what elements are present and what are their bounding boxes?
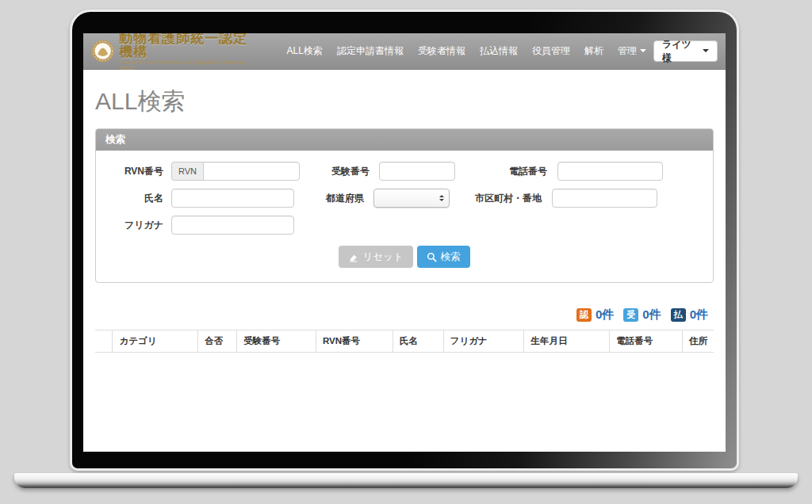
name-label: 氏名: [108, 192, 163, 205]
badge-payment: 払: [671, 308, 686, 322]
user-menu-button[interactable]: ライツ 様: [653, 40, 718, 62]
form-row-2: 氏名 都道府県 市区町村・番地: [108, 189, 701, 208]
field-city-address: 市区町村・番地: [450, 189, 657, 208]
field-phone-number: 電話番号: [455, 162, 663, 181]
reset-button[interactable]: リセット: [339, 246, 412, 268]
caret-down-icon: [640, 49, 646, 55]
nav-item-all-search[interactable]: ALL検索: [280, 33, 330, 70]
nav-item-admin-dropdown[interactable]: 管理: [611, 33, 653, 70]
city-address-input[interactable]: [552, 189, 657, 208]
search-icon: [427, 252, 437, 262]
results-count-bar: 認 0件 受 0件 払 0件: [95, 307, 714, 323]
rvn-input-group: RVN: [171, 162, 300, 181]
field-rvn-number: RVN番号 RVN: [108, 162, 300, 181]
field-name: 氏名: [108, 189, 294, 208]
exam-number-label: 受験番号: [300, 165, 370, 178]
results-table-header-row: カテゴリ 合否 受験番号 RVN番号 氏名 フリガナ 生年月日 電話番号 住所: [95, 330, 714, 353]
badge-examinee: 受: [623, 308, 638, 322]
badge-certification: 認: [576, 308, 592, 322]
col-furigana: フリガナ: [443, 330, 524, 353]
nav-menu: ALL検索 認定申請書情報 受験者情報 払込情報 役員管理 解析 管理: [280, 33, 653, 70]
col-category: カテゴリ: [113, 330, 198, 353]
nav-item-label: 受験者情報: [418, 44, 465, 58]
laptop-base: [14, 473, 798, 488]
field-exam-number: 受験番号: [300, 162, 455, 181]
rvn-number-label: RVN番号: [108, 165, 163, 178]
field-prefecture: 都道府県: [294, 189, 450, 208]
nav-item-label: 役員管理: [532, 44, 570, 58]
brand-title: 動物看護師統一認定機構: [119, 33, 259, 59]
nav-item-label: 認定申請書情報: [337, 44, 404, 58]
app-window: 動物看護師統一認定機構 Council for the Certificatio…: [83, 33, 726, 452]
col-birthdate: 生年月日: [524, 330, 610, 353]
navbar: 動物看護師統一認定機構 Council for the Certificatio…: [83, 33, 726, 70]
select-stepper-icon: [439, 195, 444, 201]
field-furigana: フリガナ: [108, 216, 294, 235]
col-pass-fail: 合否: [198, 330, 237, 353]
rvn-number-input[interactable]: [203, 162, 300, 181]
exam-number-input[interactable]: [379, 162, 455, 181]
certification-count: 0件: [596, 307, 614, 323]
furigana-label: フリガナ: [108, 219, 163, 232]
search-button-label: 検索: [441, 250, 461, 264]
col-name: 氏名: [393, 330, 443, 353]
main-content: ALL検索 検索 RVN番号 RVN 受験番号: [83, 86, 726, 353]
reset-button-label: リセット: [362, 250, 403, 264]
name-input[interactable]: [171, 189, 294, 208]
search-panel-header: 検索: [96, 129, 713, 151]
brand-subtitle: Council for the Certification of Registe…: [119, 60, 259, 71]
search-panel: 検索 RVN番号 RVN 受験番号 電話番号: [95, 128, 714, 283]
phone-number-label: 電話番号: [455, 165, 547, 178]
col-address: 住所: [683, 330, 714, 353]
page-title: ALL検索: [95, 86, 714, 118]
prefecture-select[interactable]: [373, 189, 450, 208]
col-phone: 電話番号: [610, 330, 683, 353]
brand-emblem-icon: [91, 38, 114, 64]
prefecture-label: 都道府県: [294, 192, 364, 205]
payment-count: 0件: [690, 307, 708, 323]
col-rvn-number: RVN番号: [316, 330, 393, 353]
phone-number-input[interactable]: [557, 162, 663, 181]
nav-item-label: ALL検索: [287, 44, 323, 58]
nav-item-certification-applications[interactable]: 認定申請書情報: [330, 33, 411, 70]
nav-item-officers[interactable]: 役員管理: [525, 33, 577, 70]
nav-item-examinees[interactable]: 受験者情報: [411, 33, 473, 70]
search-panel-body: RVN番号 RVN 受験番号 電話番号: [96, 151, 713, 282]
user-name-label: ライツ 様: [662, 38, 698, 65]
brand-text: 動物看護師統一認定機構 Council for the Certificatio…: [119, 33, 259, 71]
form-actions: リセット 検索: [108, 246, 701, 268]
search-button[interactable]: 検索: [417, 246, 470, 268]
city-address-label: 市区町村・番地: [450, 192, 542, 205]
nav-item-analysis[interactable]: 解析: [577, 33, 611, 70]
rvn-prefix-addon: RVN: [171, 162, 203, 181]
nav-item-label: 管理: [618, 44, 637, 58]
nav-item-label: 払込情報: [480, 44, 518, 58]
col-exam-number: 受験番号: [237, 330, 316, 353]
examinee-count: 0件: [642, 307, 661, 323]
nav-item-label: 解析: [584, 44, 603, 58]
eraser-icon: [348, 252, 358, 262]
furigana-input[interactable]: [171, 216, 294, 235]
form-row-1: RVN番号 RVN 受験番号 電話番号: [108, 162, 701, 181]
form-row-3: フリガナ: [108, 216, 701, 235]
nav-item-payments[interactable]: 払込情報: [473, 33, 525, 70]
results-table: カテゴリ 合否 受験番号 RVN番号 氏名 フリガナ 生年月日 電話番号 住所: [95, 330, 714, 353]
col-select: [95, 330, 113, 353]
caret-down-icon: [703, 49, 709, 55]
brand-logo[interactable]: 動物看護師統一認定機構 Council for the Certificatio…: [91, 33, 259, 71]
